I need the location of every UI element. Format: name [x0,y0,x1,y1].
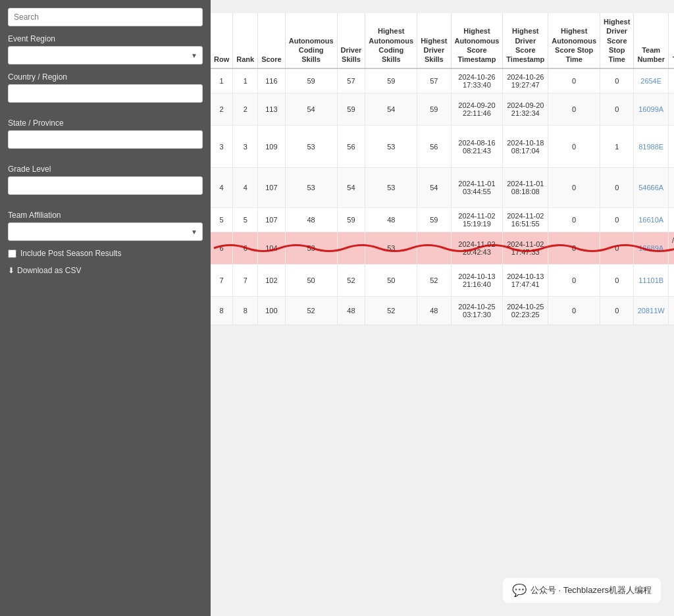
event-region-filter: Event Region [8,34,203,64]
search-input[interactable] [8,8,203,26]
table-cell: 0 [548,265,600,297]
table-cell: 56 [337,126,365,168]
table-cell: 54 [365,93,417,126]
table-cell: 0 [600,232,634,265]
table-row: 44107535453542024-11-01 03:44:552024-11-… [211,168,674,208]
results-table: Row Rank Score AutonomousCodingSkills Dr… [211,13,674,325]
table-cell: 1 [600,126,634,168]
team-number-link[interactable]: 16610A [638,216,663,224]
col-team-number: TeamNumber [634,13,669,68]
table-cell: 6 [211,232,233,265]
team-number-link[interactable]: 2654E [640,77,661,85]
team-affiliation-select[interactable] [8,222,203,241]
table-cell: 2024-10-18 08:17:04 [503,126,548,168]
table-cell: 0 [548,93,600,126]
table-cell: 5 [233,208,258,232]
table-cell: XIAN TIEYI HS & GAOXIN NO.1 HS [668,168,674,208]
team-number-link[interactable]: 54666A [638,184,663,192]
table-cell: 52 [417,265,451,297]
table-cell: 3 [211,126,233,168]
table-cell: 2 [233,93,258,126]
table-cell: 116 [258,68,286,93]
table-cell: Snacky Cakes [668,208,674,232]
table-cell: 54 [417,168,451,208]
table-cell: 54 [285,93,337,126]
table-cell [417,232,451,265]
table-cell: 53 [285,126,337,168]
table-cell: 59 [285,68,337,93]
table-row: 22113545954592024-09-20 22:11:462024-09-… [211,93,674,126]
table-cell: 57 [417,68,451,93]
table-cell: 52 [337,265,365,297]
table-cell: 104 [258,232,286,265]
table-cell: 53 [285,232,337,265]
table-cell: 102 [258,265,286,297]
table-cell: //Dracobots// The Circuit Breakers [668,232,674,265]
table-cell: 11101B [634,265,669,297]
table-cell: 48 [365,208,417,232]
col-high-driver-stop: HighestDriverScoreStop Time [600,13,634,68]
team-number-link[interactable]: 16689A [638,244,663,252]
table-cell: 1 [211,68,233,93]
table-cell: 2024-10-25 02:23:25 [503,297,548,325]
team-number-link[interactable]: 81988E [638,143,663,151]
table-cell: 2024-11-01 08:18:08 [503,168,548,208]
main-content: Row Rank Score AutonomousCodingSkills Dr… [211,0,674,616]
col-high-driver: HighestDriverSkills [417,13,451,68]
grade-level-label: Grade Level [8,165,203,174]
col-auto-coding: AutonomousCodingSkills [285,13,337,68]
table-cell: 50 [285,265,337,297]
table-cell: 53 [285,168,337,208]
table-row: 33109535653562024-08-16 08:21:432024-10-… [211,126,674,168]
table-cell: 0 [600,265,634,297]
watermark: 💬 公众号 · Techblazers机器人编程 [503,578,661,603]
table-cell: 16099A [634,93,669,126]
team-affiliation-filter: Team Affiliation [8,211,203,241]
col-rank: Rank [233,13,258,68]
state-province-input[interactable]: -- Not Available -- [8,130,203,149]
table-cell: 8 [211,297,233,325]
table-cell: 4 [233,168,258,208]
table-row: 88100524852482024-10-25 03:17:302024-10-… [211,297,674,325]
team-number-link[interactable]: 11101B [638,276,663,284]
download-csv-label: Download as CSV [17,266,81,275]
event-region-select[interactable] [8,46,203,64]
table-cell: Echo [668,68,674,93]
table-cell: 57 [337,68,365,93]
table-cell: 2024-11-02 15:19:19 [451,208,503,232]
post-season-row: Include Post Season Results [8,249,203,258]
col-high-auto-coding: HighestAutonomousCodingSkills [365,13,417,68]
table-cell: 2024-09-20 21:32:34 [503,93,548,126]
table-cell: 2024-11-01 03:44:55 [451,168,503,208]
table-cell: 48 [285,208,337,232]
table-cell: 107 [258,168,286,208]
sidebar: Event Region Country / Region All State … [0,0,211,616]
post-season-label: Include Post Season Results [20,249,121,258]
country-region-filter: Country / Region All [8,72,203,111]
table-cell: 54666A [634,168,669,208]
col-team-name: Team Name [668,13,674,68]
table-cell: 53 [365,126,417,168]
post-season-checkbox[interactable] [8,249,16,258]
table-cell: WU SHAO！！ [668,297,674,325]
team-number-link[interactable]: 16099A [638,105,663,113]
country-region-input[interactable]: All [8,84,203,103]
table-cell: 2024-10-13 21:16:40 [451,265,503,297]
download-csv-link[interactable]: ⬇ Download as CSV [8,266,203,275]
table-cell: 2024-11-02 20:42:43 [451,232,503,265]
table-cell: 0 [600,93,634,126]
table-cell: 16689A [634,232,669,265]
table-cell: 1 [233,68,258,93]
table-cell: 81988E [634,126,669,168]
table-cell: 0 [548,168,600,208]
col-high-auto-stop: HighestAutonomousScore StopTime [548,13,600,68]
country-region-label: Country / Region [8,72,203,82]
grade-level-input[interactable]: High School [8,176,203,195]
watermark-text: 公众号 · Techblazers机器人编程 [531,584,652,596]
team-number-link[interactable]: 20811W [638,307,665,315]
table-cell: 0 [600,68,634,93]
table-cell: 2024-09-20 22:11:46 [451,93,503,126]
table-cell: 0 [548,68,600,93]
download-icon: ⬇ [8,266,14,275]
table-cell: 0 [548,297,600,325]
